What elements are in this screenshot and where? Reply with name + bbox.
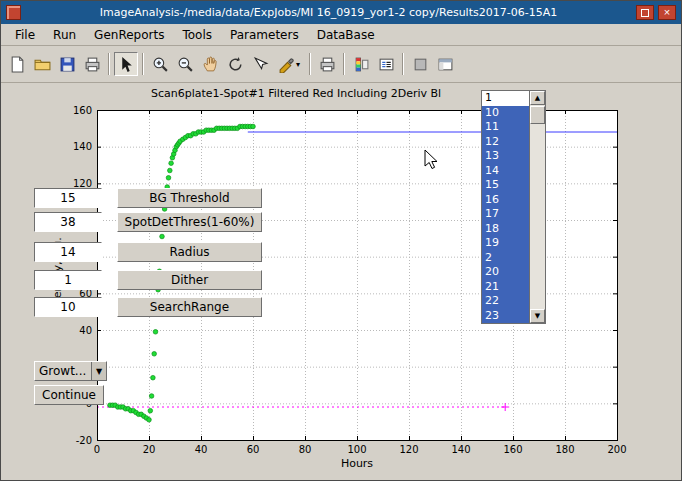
svg-text:200: 200 [607, 444, 626, 455]
close-button[interactable]: × [658, 5, 676, 20]
spot-det-thres-button[interactable]: SpotDetThres(1-60%) [117, 212, 262, 232]
listbox-item-16[interactable]: 16 [482, 193, 529, 208]
scrollbar-trough[interactable] [530, 124, 545, 309]
new-file-button[interactable] [5, 52, 29, 76]
brush-icon [278, 56, 295, 73]
show-plot-tools-button[interactable] [433, 52, 457, 76]
select-arrow-button[interactable] [114, 52, 138, 76]
search-range-row: SearchRange [34, 297, 262, 317]
listbox-item-15[interactable]: 15 [482, 178, 529, 193]
growth-popup-label: Growt... [35, 364, 91, 378]
pan-hand-button[interactable] [198, 52, 222, 76]
show-plot-tools-icon [437, 56, 454, 73]
insert-legend-icon [378, 56, 395, 73]
growth-popup-menu[interactable]: Growt... ▼ [34, 361, 107, 381]
dither-input[interactable] [34, 270, 102, 290]
radius-row: Radius [34, 242, 262, 262]
pan-hand-icon [202, 56, 219, 73]
svg-text:0: 0 [94, 444, 100, 455]
menu-item-parameters[interactable]: Parameters [221, 26, 308, 44]
open-folder-button[interactable] [30, 52, 54, 76]
menu-item-genreports[interactable]: GenReports [85, 26, 173, 44]
zoom-out-button[interactable] [173, 52, 197, 76]
listbox-item-20[interactable]: 20 [482, 265, 529, 280]
zoom-in-button[interactable] [148, 52, 172, 76]
insert-legend-button[interactable] [374, 52, 398, 76]
insert-colorbar-icon [353, 56, 370, 73]
window-title: ImageAnalysis-/media/data/ExpJobs/MI 16_… [25, 6, 632, 19]
listbox-item-12[interactable]: 12 [482, 135, 529, 150]
x-axis-label: Hours [341, 457, 373, 470]
toolbar: ▾ [1, 46, 681, 83]
data-cursor-button[interactable] [248, 52, 272, 76]
chevron-down-icon: ▾ [296, 60, 300, 69]
zoom-in-icon [152, 56, 169, 73]
brush-button[interactable]: ▾ [273, 52, 305, 76]
spot-det-thres-input[interactable] [34, 212, 102, 232]
menu-item-run[interactable]: Run [44, 26, 85, 44]
bg-threshold-input[interactable] [34, 188, 102, 208]
listbox-item-1[interactable]: 1 [482, 91, 529, 106]
hide-plot-tools-icon [412, 56, 429, 73]
svg-text:180: 180 [555, 444, 574, 455]
save-icon [59, 56, 76, 73]
dither-button[interactable]: Dither [117, 270, 262, 290]
toolbar-separator [108, 53, 110, 75]
listbox-scrollbar[interactable]: ▲ ▼ [529, 91, 545, 323]
save-button[interactable] [55, 52, 79, 76]
hide-plot-tools-button[interactable] [408, 52, 432, 76]
svg-text:40: 40 [195, 444, 208, 455]
plot-title: Scan6plate1-Spot#1 Filtered Red Includin… [151, 87, 441, 100]
listbox-item-21[interactable]: 21 [482, 280, 529, 295]
insert-colorbar-button[interactable] [349, 52, 373, 76]
scrollbar-thumb[interactable] [530, 106, 545, 124]
listbox-item-11[interactable]: 11 [482, 120, 529, 135]
minimize-icon [641, 9, 649, 17]
data-cursor-icon [252, 56, 269, 73]
menu-item-tools[interactable]: Tools [173, 26, 221, 44]
toolbar-separator [309, 53, 311, 75]
print-figure-button[interactable] [315, 52, 339, 76]
svg-text:120: 120 [399, 444, 418, 455]
rotate-3d-button[interactable] [223, 52, 247, 76]
bg-threshold-button[interactable]: BG Threshold [117, 188, 262, 208]
search-range-input[interactable] [34, 297, 102, 317]
continue-button[interactable]: Continue [34, 385, 104, 405]
rotate-3d-icon [227, 56, 244, 73]
svg-text:80: 80 [299, 444, 312, 455]
listbox-item-10[interactable]: 10 [482, 106, 529, 121]
toolbar-separator [343, 53, 345, 75]
svg-text:-20: -20 [76, 435, 92, 446]
spot-det-thres-row: SpotDetThres(1-60%) [34, 212, 262, 232]
radius-button[interactable]: Radius [117, 242, 262, 262]
listbox-item-17[interactable]: 17 [482, 207, 529, 222]
svg-text:100: 100 [347, 444, 366, 455]
menu-item-database[interactable]: DataBase [308, 26, 384, 44]
menu-item-file[interactable]: File [6, 26, 44, 44]
number-listbox: 110111213141516171819220212223 ▲ ▼ [481, 90, 546, 324]
dither-row: Dither [34, 270, 262, 290]
scroll-down-icon[interactable]: ▼ [530, 309, 545, 323]
print-figure-icon [319, 56, 336, 73]
scroll-up-icon[interactable]: ▲ [530, 91, 545, 105]
listbox-item-23[interactable]: 23 [482, 309, 529, 324]
print-button[interactable] [80, 52, 104, 76]
toolbar-separator [402, 53, 404, 75]
svg-text:140: 140 [451, 444, 470, 455]
svg-text:160: 160 [73, 105, 92, 116]
svg-text:20: 20 [143, 444, 156, 455]
listbox-item-2[interactable]: 2 [482, 251, 529, 266]
listbox-item-13[interactable]: 13 [482, 149, 529, 164]
listbox-item-18[interactable]: 18 [482, 222, 529, 237]
listbox-items: 110111213141516171819220212223 [482, 91, 529, 323]
minimize-button[interactable] [636, 5, 654, 20]
listbox-item-19[interactable]: 19 [482, 236, 529, 251]
svg-text:160: 160 [503, 444, 522, 455]
radius-input[interactable] [34, 242, 102, 262]
new-file-icon [9, 56, 26, 73]
listbox-item-14[interactable]: 14 [482, 164, 529, 179]
search-range-button[interactable]: SearchRange [117, 297, 262, 317]
app-icon [6, 5, 21, 20]
listbox-item-22[interactable]: 22 [482, 294, 529, 309]
titlebar: ImageAnalysis-/media/data/ExpJobs/MI 16_… [1, 1, 681, 24]
